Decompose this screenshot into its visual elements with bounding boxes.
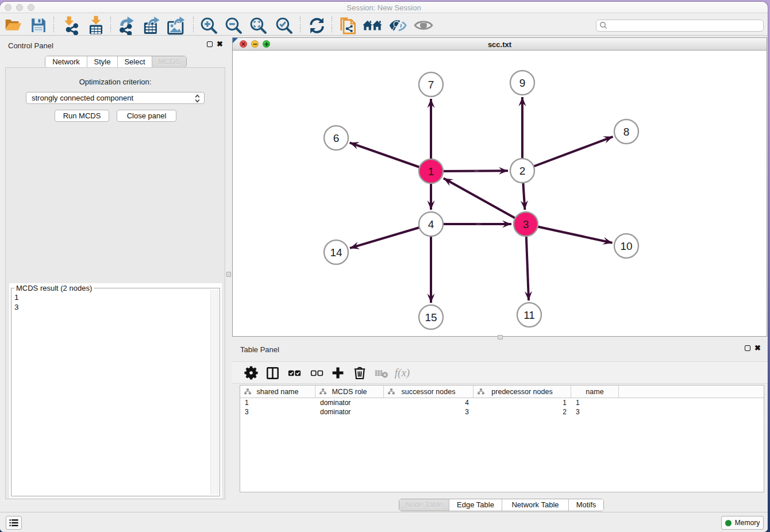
import-table-icon[interactable] <box>86 15 106 36</box>
mcds-panel: Optimization criterion: strongly connect… <box>5 67 225 499</box>
zoom-selected-icon[interactable] <box>274 15 294 36</box>
column-label: MCDS role <box>332 388 367 396</box>
graph-node-label-15: 15 <box>425 311 437 323</box>
tab-edge-table[interactable]: Edge Table <box>449 499 502 511</box>
control-panel-tabs: Network Style Select MCDS <box>45 56 187 68</box>
tab-network[interactable]: Network <box>45 56 87 67</box>
zoom-in-icon[interactable] <box>198 15 219 36</box>
window-title: Session: New Session <box>0 3 768 12</box>
float-panel-icon[interactable] <box>745 345 750 351</box>
network-window: scc.txt 1234678910111415 <box>232 37 767 337</box>
graph-node-label-7: 7 <box>428 79 434 91</box>
column-header-name[interactable]: name <box>571 385 619 398</box>
close-panel-button[interactable]: Close panel <box>117 110 176 122</box>
table-cell: 3 <box>240 407 315 417</box>
table-row[interactable]: 3dominator323 <box>240 407 764 417</box>
splitter-grip-horizontal[interactable] <box>498 335 503 340</box>
app-window: Session: New Session <box>0 2 768 532</box>
select-chevrons-icon <box>195 94 200 103</box>
column-header-successor-nodes[interactable]: successor nodes <box>384 385 473 398</box>
tab-motifs[interactable]: Motifs <box>569 499 603 511</box>
memory-button[interactable]: Memory <box>721 516 764 530</box>
graph-node-label-4: 4 <box>428 218 434 230</box>
home-icon[interactable] <box>362 15 383 36</box>
tab-style[interactable]: Style <box>87 56 118 67</box>
graph-edge-1-6[interactable] <box>350 142 431 171</box>
function-icon[interactable]: f(x) <box>392 363 413 383</box>
network-file-icon[interactable] <box>338 15 359 36</box>
table-panel-title: Table Panel <box>240 345 279 354</box>
column-label: predecessor nodes <box>491 388 552 396</box>
zoom-out-icon[interactable] <box>223 15 244 36</box>
graph-node-label-11: 11 <box>523 309 535 321</box>
zoom-fit-icon[interactable] <box>248 15 268 36</box>
tab-select[interactable]: Select <box>118 56 152 67</box>
toolbar-separator <box>332 16 332 33</box>
column-label: successor nodes <box>402 388 456 396</box>
column-header-MCDS-role[interactable]: MCDS role <box>315 385 384 398</box>
show-eye-icon[interactable] <box>413 15 434 36</box>
table-cell: 1 <box>473 398 571 407</box>
tab-mcds[interactable]: MCDS <box>152 56 186 67</box>
network-window-title: scc.txt <box>233 40 767 49</box>
graph-edge-3-10[interactable] <box>526 224 613 243</box>
import-network-icon[interactable] <box>60 15 81 36</box>
splitter-grip-vertical[interactable] <box>226 272 231 277</box>
memory-label: Memory <box>735 519 760 527</box>
close-panel-icon[interactable]: ✖ <box>217 41 223 47</box>
table-panel: Table Panel ✖ <box>232 340 768 512</box>
task-manager-button[interactable] <box>6 516 22 530</box>
table-cell: 1 <box>571 398 619 407</box>
deselect-all-icon[interactable] <box>306 363 327 383</box>
network-window-titlebar[interactable]: scc.txt <box>233 38 767 51</box>
delete-icon[interactable] <box>349 363 370 383</box>
delete-table-icon[interactable] <box>371 363 391 383</box>
graph-edge-2-8[interactable] <box>522 137 613 171</box>
toolbar-separator <box>193 16 194 33</box>
split-view-icon[interactable] <box>262 363 283 383</box>
refresh-icon[interactable] <box>306 15 327 36</box>
table-row[interactable]: 1dominator411 <box>240 398 764 407</box>
search-input[interactable] <box>596 20 764 32</box>
table-cell: 3 <box>384 407 473 417</box>
select-all-icon[interactable] <box>284 363 305 383</box>
toolbar-separator <box>300 16 301 33</box>
graph-node-label-8: 8 <box>623 126 630 138</box>
column-header-predecessor-nodes[interactable]: predecessor nodes <box>473 385 571 398</box>
graph-node-label-10: 10 <box>620 240 632 252</box>
graph-edge-3-1[interactable] <box>444 178 526 224</box>
status-bar: Memory <box>0 512 768 532</box>
hide-eye-icon[interactable] <box>387 15 408 36</box>
toolbar-separator <box>110 16 111 33</box>
export-network-icon[interactable] <box>116 15 137 36</box>
mcds-result-border <box>11 288 220 496</box>
close-panel-icon[interactable]: ✖ <box>754 345 761 351</box>
float-panel-icon[interactable] <box>207 41 213 47</box>
table-cell: dominator <box>315 407 384 417</box>
criterion-select[interactable]: strongly connected component <box>26 92 205 104</box>
tab-node-table[interactable]: Node Table <box>399 499 449 511</box>
run-mcds-button[interactable]: Run MCDS <box>55 110 109 122</box>
column-label: shared name <box>257 388 299 396</box>
tab-network-table[interactable]: Network Table <box>502 499 569 511</box>
graph-node-label-6: 6 <box>333 132 340 144</box>
result-scrollbar[interactable] <box>210 290 218 495</box>
mcds-result-box: MCDS result (2 nodes) 1 3 <box>9 283 222 498</box>
gear-icon[interactable] <box>241 363 261 383</box>
main-toolbar <box>0 13 768 36</box>
export-table-icon[interactable] <box>141 15 161 36</box>
table-cell: 3 <box>571 407 619 417</box>
network-canvas[interactable]: 1234678910111415 <box>233 51 767 336</box>
save-icon[interactable] <box>28 15 49 36</box>
edge-label-mark <box>475 170 479 171</box>
table-cell: 1 <box>240 398 315 407</box>
export-image-icon[interactable] <box>165 15 186 36</box>
table-cell: 4 <box>384 398 473 407</box>
column-header-shared-name[interactable]: shared name <box>240 385 315 398</box>
mcds-result-text[interactable]: 1 3 <box>14 292 19 312</box>
table-toolbar: f(x) <box>232 361 768 384</box>
add-icon[interactable] <box>328 363 348 383</box>
open-folder-icon[interactable] <box>3 15 24 36</box>
table-cell: 2 <box>473 407 571 417</box>
graph-node-label-2: 2 <box>519 165 526 177</box>
